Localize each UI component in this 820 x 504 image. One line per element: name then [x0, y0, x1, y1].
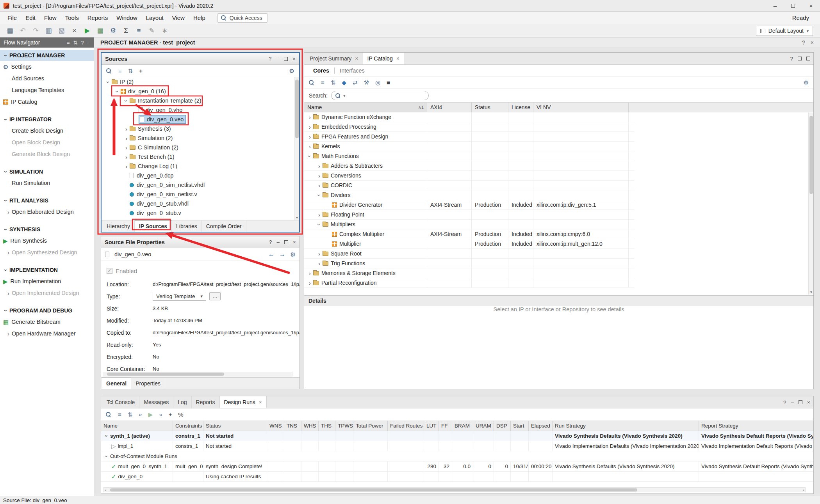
chevron-down-icon[interactable]: ›: [3, 116, 9, 123]
properties-tab-general[interactable]: General: [102, 378, 131, 389]
tab-project-summary[interactable]: Project Summary×: [305, 53, 363, 64]
tree-item-div-gen-0-veo[interactable]: div_gen_0.veo: [102, 115, 299, 124]
forward-icon[interactable]: →: [279, 251, 285, 258]
subtab-interfaces[interactable]: Interfaces: [334, 67, 370, 74]
menu-reports[interactable]: Reports: [83, 13, 112, 23]
sidebar-item-generate-block-design[interactable]: Generate Block Design: [0, 148, 94, 160]
minimize-icon[interactable]: –: [791, 399, 794, 405]
chevron-right-icon[interactable]: ›: [5, 290, 12, 296]
chevron-right-icon[interactable]: ›: [5, 209, 12, 215]
maximize-icon[interactable]: [806, 57, 810, 60]
chevron-right-icon[interactable]: ›: [123, 154, 130, 160]
sidebar-item-open-implemented-design[interactable]: ›Open Implemented Design: [0, 287, 94, 299]
chevron-right-icon[interactable]: ›: [316, 261, 323, 266]
layout-select[interactable]: Default Layout ▾: [756, 26, 813, 36]
help-icon[interactable]: ?: [269, 239, 272, 245]
edit-icon[interactable]: ✎: [146, 25, 158, 36]
chevron-right-icon[interactable]: ›: [123, 145, 130, 151]
sources-tab-hierarchy[interactable]: Hierarchy: [102, 220, 135, 232]
settings-gear-icon[interactable]: ⚙: [804, 79, 809, 86]
settings-gear-icon[interactable]: ⚙: [289, 67, 294, 75]
sidebar-item-open-synthesized-design[interactable]: ›Open Synthesized Design: [0, 247, 94, 258]
chevron-right-icon[interactable]: ›: [123, 126, 130, 132]
chevron-down-icon[interactable]: ›: [123, 98, 129, 104]
chevron-down-icon[interactable]: ›: [3, 169, 9, 175]
runs-column-bram[interactable]: BRAM: [452, 421, 473, 431]
ip-catalog-row-trig-functions[interactable]: ›Trig Functions: [304, 259, 635, 268]
ip-catalog-row-cordic[interactable]: ›CORDIC: [304, 181, 635, 190]
chevron-right-icon[interactable]: ›: [5, 331, 12, 337]
window-close-button[interactable]: ×: [802, 0, 820, 11]
back-icon[interactable]: ←: [268, 251, 275, 258]
target-icon[interactable]: ◎: [375, 79, 380, 86]
runs-horizontal-scrollbar[interactable]: ‹ ›: [103, 487, 806, 492]
float-icon[interactable]: [798, 57, 802, 60]
tab-messages[interactable]: Messages: [139, 396, 173, 408]
ip-catalog-row-adders-subtracters[interactable]: ›Adders & Subtracters: [304, 161, 635, 171]
settings-gear-icon[interactable]: ⚙: [290, 251, 296, 258]
column-header-vlnv[interactable]: VLNV: [533, 103, 629, 112]
ip-catalog-row-fpga-features-and-design[interactable]: ›FPGA Features and Design: [304, 132, 635, 142]
sidebar-section-simulation[interactable]: ›SIMULATION: [0, 166, 94, 177]
tab-reports[interactable]: Reports: [192, 396, 220, 408]
scroll-left-icon[interactable]: ‹: [105, 488, 107, 492]
tree-item-div-gen-0-sim-netlist-vhdl[interactable]: div_gen_0_sim_netlist.vhdl: [102, 180, 299, 190]
column-header-name[interactable]: Name∧1: [304, 103, 427, 112]
runs-column-ff[interactable]: FF: [439, 421, 452, 431]
sidebar-item-add-sources[interactable]: Add Sources: [0, 73, 94, 84]
ip-catalog-row-conversions[interactable]: ›Conversions: [304, 171, 635, 181]
float-icon[interactable]: [284, 57, 288, 61]
chevron-right-icon[interactable]: ›: [316, 173, 323, 179]
sources-tab-ip-sources[interactable]: IP Sources: [135, 220, 172, 232]
design-run-row-div-g-en-0[interactable]: ✓div_g​en_0Using cached IP results: [101, 472, 813, 482]
ip-catalog-row-complex-multiplier[interactable]: Complex MultiplierAXI4-StreamProductionI…: [304, 229, 635, 239]
close-icon[interactable]: ×: [396, 55, 399, 62]
chevron-right-icon[interactable]: ›: [307, 270, 313, 276]
ip-catalog-row-partial-reconfiguration[interactable]: ›Partial Reconfiguration: [304, 278, 635, 288]
collapse-all-icon[interactable]: ≡: [118, 67, 122, 74]
help-icon[interactable]: ?: [269, 56, 272, 62]
sidebar-item-generate-bitstream[interactable]: ▦Generate Bitstream: [0, 316, 94, 328]
tree-item-c-simulation-2[interactable]: ›C Simulation (2): [102, 143, 299, 152]
column-header-status[interactable]: Status: [472, 103, 508, 112]
ip-catalog-row-dynamic-function-exchange[interactable]: ›Dynamic Function eXchange: [304, 112, 635, 122]
close-icon[interactable]: ×: [292, 56, 296, 62]
expand-all-icon[interactable]: ⇅: [128, 411, 133, 418]
ip-search-input[interactable]: ▾: [331, 91, 429, 100]
chevron-down-icon[interactable]: ›: [3, 52, 9, 59]
column-header-license[interactable]: License: [508, 103, 533, 112]
save-icon[interactable]: ▤: [4, 25, 16, 36]
delete-icon[interactable]: ×: [68, 25, 80, 36]
runs-column-dsp[interactable]: DSP: [494, 421, 511, 431]
ip-catalog-row-math-functions[interactable]: ›Math Functions: [304, 151, 635, 161]
tree-item-div-gen-0-stub-vhdl[interactable]: div_gen_0_stub.vhdl: [102, 199, 299, 208]
column-header-axi4[interactable]: AXI4: [427, 103, 472, 112]
ip-catalog-row-floating-point[interactable]: ›Floating Point: [304, 210, 635, 220]
chevron-right-icon[interactable]: ›: [123, 163, 130, 169]
close-icon[interactable]: ×: [293, 239, 296, 245]
tree-item-change-log-1[interactable]: ›Change Log (1): [102, 161, 299, 171]
float-icon[interactable]: [799, 400, 802, 404]
step-back-icon[interactable]: «: [139, 411, 142, 418]
runs-column-tns[interactable]: TNS: [284, 421, 301, 431]
window-maximize-button[interactable]: [784, 0, 802, 11]
sidebar-section-implementation[interactable]: ›IMPLEMENTATION: [0, 264, 94, 275]
chevron-down-icon[interactable]: ›: [316, 221, 322, 228]
float-icon[interactable]: [284, 240, 288, 244]
properties-tab-properties[interactable]: Properties: [131, 378, 165, 389]
ip-catalog-row-multipliers[interactable]: ›Multipliers: [304, 220, 635, 229]
tree-item-div-gen-0-16[interactable]: ›div_gen_0 (16): [102, 87, 299, 96]
redo-icon[interactable]: ↷: [30, 25, 42, 36]
ip-catalog-row-embedded-processing[interactable]: ›Embedded Processing: [304, 122, 635, 132]
close-icon[interactable]: ×: [811, 39, 814, 46]
minimize-icon[interactable]: –: [87, 40, 90, 46]
properties-horizontal-scrollbar[interactable]: [103, 372, 292, 376]
help-icon[interactable]: ?: [783, 399, 786, 405]
chevron-down-icon[interactable]: ›: [3, 307, 9, 314]
customize-icon[interactable]: ⚒: [364, 79, 369, 86]
chevron-right-icon[interactable]: ›: [123, 135, 130, 141]
sidebar-item-run-synthesis[interactable]: ▶Run Synthesis: [0, 235, 94, 247]
sources-tab-libraries[interactable]: Libraries: [172, 220, 202, 232]
tree-item-test-bench-1[interactable]: ›Test Bench (1): [102, 152, 299, 161]
tab-design-runs[interactable]: Design Runs×: [220, 396, 267, 408]
